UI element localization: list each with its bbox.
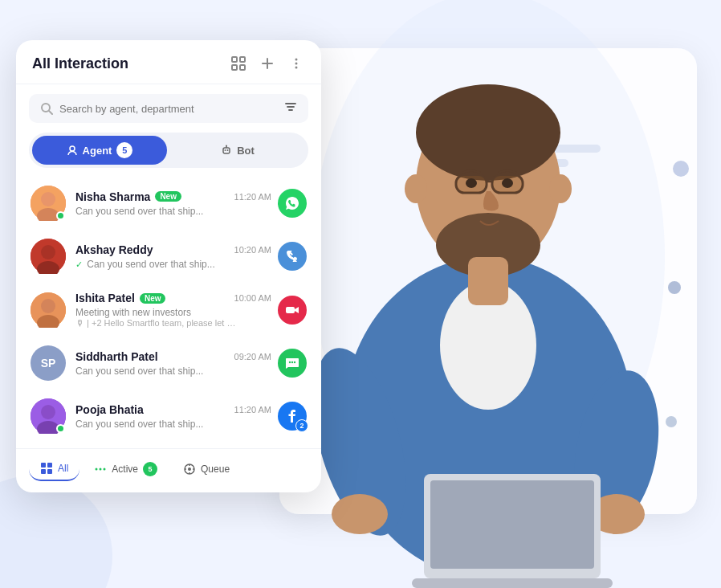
avatar-wrap: [31, 186, 66, 221]
svg-point-57: [41, 405, 55, 419]
contact-message: Can you send over that ship...: [75, 206, 220, 217]
contact-name: Siddharth Patel: [75, 350, 158, 363]
channel-icon-facebook: 2: [278, 402, 307, 431]
contact-item[interactable]: Akshay Reddy 10:20 AM ✓ Can you send ove…: [22, 231, 315, 282]
contact-name-row: Siddharth Patel 09:20 AM: [75, 350, 271, 363]
contact-info: Akshay Reddy 10:20 AM ✓ Can you send ove…: [75, 243, 271, 270]
contact-item[interactable]: Pooja Bhatia 11:20 AM Can you send over …: [22, 390, 315, 442]
contact-info: Pooja Bhatia 11:20 AM Can you send over …: [75, 403, 271, 430]
online-indicator: [56, 424, 65, 433]
avatar-wrap: [31, 398, 66, 434]
svg-rect-24: [240, 57, 245, 62]
more-icon[interactable]: [287, 55, 305, 72]
svg-point-42: [226, 145, 227, 147]
person-photo-area: [263, 0, 681, 588]
active-tab-badge: 5: [143, 462, 157, 476]
svg-rect-23: [232, 57, 237, 62]
bottom-tab-all[interactable]: All: [29, 457, 79, 481]
bottom-tab-active[interactable]: Active 5: [83, 457, 169, 481]
new-badge: New: [140, 293, 166, 304]
contact-time: 10:20 AM: [234, 245, 271, 255]
channel-icon-phone: [278, 242, 307, 271]
bottom-tabs: All Active 5 Queue: [16, 448, 321, 486]
svg-rect-62: [47, 469, 52, 474]
svg-rect-22: [468, 257, 508, 305]
check-icon: ✓: [75, 259, 83, 269]
contact-message: Can you send over that ship...: [75, 365, 220, 377]
search-input[interactable]: [59, 103, 278, 115]
svg-point-21: [549, 174, 572, 203]
svg-point-19: [502, 178, 513, 188]
svg-point-40: [227, 149, 229, 151]
channel-icon-whatsapp: [278, 189, 307, 218]
contact-name: Ishita Patel: [75, 292, 135, 304]
filter-icon[interactable]: [284, 100, 297, 116]
contact-time: 11:20 AM: [234, 192, 271, 202]
contact-name-row: Nisha Sharma New 11:20 AM: [75, 190, 271, 203]
contact-name-row: Pooja Bhatia 11:20 AM: [75, 403, 271, 416]
contact-time: 11:20 AM: [234, 405, 271, 414]
svg-point-67: [188, 468, 191, 471]
contact-item[interactable]: Ishita Patel New 10:00 AM Meeting with n…: [22, 284, 315, 336]
avatar-initials: SP: [31, 345, 66, 381]
svg-point-65: [104, 468, 106, 471]
person-svg: [263, 0, 681, 588]
svg-point-8: [332, 494, 388, 534]
svg-rect-60: [47, 463, 52, 468]
svg-rect-61: [41, 469, 46, 474]
avatar-wrap: [31, 292, 66, 328]
avatar: [31, 292, 66, 328]
search-icon: [40, 102, 53, 115]
svg-point-44: [41, 192, 55, 206]
online-indicator: [56, 211, 65, 220]
contact-item[interactable]: Nisha Sharma New 11:20 AM Can you send o…: [22, 178, 315, 229]
svg-rect-12: [412, 578, 613, 588]
contact-info: Ishita Patel New 10:00 AM Meeting with n…: [75, 292, 271, 328]
svg-point-31: [295, 67, 298, 69]
add-icon[interactable]: [259, 55, 276, 72]
contact-message: Meeting with new investors: [75, 307, 220, 318]
chat-panel: All Interaction: [16, 40, 321, 492]
channel-badge: 2: [295, 419, 308, 432]
contact-list: Nisha Sharma New 11:20 AM Can you send o…: [16, 178, 321, 442]
svg-rect-26: [240, 65, 245, 70]
contact-name: Nisha Sharma: [75, 190, 150, 203]
svg-point-29: [295, 59, 298, 61]
svg-line-33: [49, 111, 52, 114]
contact-time: 09:20 AM: [234, 352, 271, 361]
contact-name: Akshay Reddy: [75, 243, 153, 256]
avatar-wrap: [31, 239, 66, 274]
tab-bot-label: Bot: [237, 145, 255, 157]
queue-icon: [183, 463, 196, 476]
contact-name: Pooja Bhatia: [75, 403, 144, 416]
avatar-wrap: SP: [31, 345, 66, 381]
contact-item[interactable]: SP Siddharth Patel 09:20 AM Can you send…: [22, 337, 315, 389]
queue-tab-label: Queue: [201, 463, 230, 475]
tab-bot[interactable]: Bot: [170, 136, 305, 165]
agent-badge: 5: [116, 142, 132, 158]
contact-message: ✓ Can you send over that ship...: [75, 259, 220, 270]
svg-rect-52: [286, 307, 295, 313]
channel-icon-video: [278, 296, 307, 325]
svg-point-50: [41, 299, 55, 313]
svg-rect-11: [430, 480, 594, 569]
panel-header: All Interaction: [16, 40, 321, 84]
tab-agent[interactable]: Agent 5: [32, 136, 167, 165]
svg-point-30: [295, 63, 298, 65]
tab-agent-label: Agent: [83, 145, 112, 157]
contact-info: Siddharth Patel 09:20 AM Can you send ov…: [75, 350, 271, 377]
avatar: [31, 239, 66, 274]
svg-rect-59: [41, 463, 46, 468]
svg-point-20: [405, 174, 427, 203]
svg-point-39: [225, 149, 226, 151]
contact-time: 10:00 AM: [234, 293, 271, 303]
contact-name-row: Ishita Patel New 10:00 AM: [75, 292, 271, 304]
contact-info: Nisha Sharma New 11:20 AM Can you send o…: [75, 190, 271, 217]
svg-point-54: [291, 361, 293, 363]
all-icon: [40, 462, 53, 475]
maximize-icon[interactable]: [230, 55, 247, 72]
svg-rect-25: [232, 65, 237, 70]
contact-message: Can you send over that ship...: [75, 419, 220, 430]
active-tab-label: Active: [112, 463, 138, 475]
bottom-tab-queue[interactable]: Queue: [172, 458, 241, 480]
